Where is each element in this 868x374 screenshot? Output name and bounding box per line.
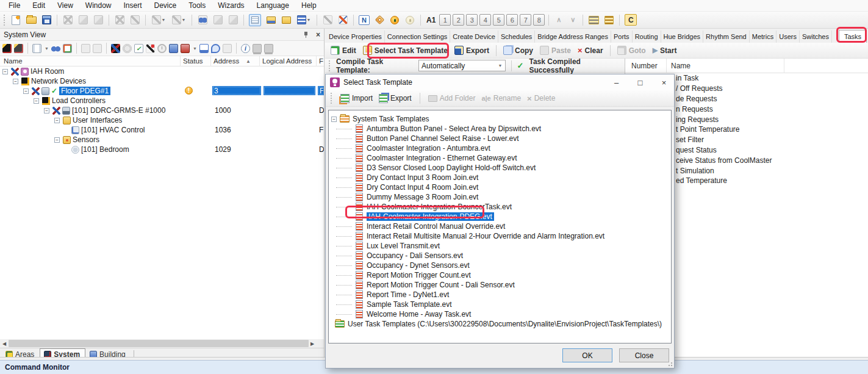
template-item[interactable]: Occupancy - Dynet Sensors.evt [329, 261, 671, 270]
template-item[interactable]: Coolmaster Integration - Ethernet Gatewa… [329, 153, 671, 163]
template-item[interactable]: Antumbra Button Panel - Select Area by D… [329, 124, 671, 134]
copy-button[interactable] [76, 13, 90, 27]
col-name[interactable]: Name [671, 62, 690, 70]
rename-button[interactable]: a|eRename [481, 94, 521, 102]
template-item[interactable]: D3 Sensor Closed Loop Daylight Hold-off … [329, 163, 671, 173]
tab-metrics[interactable]: Metrics [750, 31, 777, 43]
resize-grip[interactable] [668, 362, 673, 367]
template-item[interactable]: Report Time - DyNet1.evt [329, 290, 671, 300]
tree-row-network-devices[interactable]: − Network Devices [0, 76, 324, 86]
tab-bridge-address-ranges[interactable]: Bridge Address Ranges [535, 31, 611, 43]
col-number[interactable]: Number [631, 62, 658, 70]
save-all-button[interactable] [264, 13, 278, 27]
expander-icon[interactable]: − [54, 118, 60, 123]
edit-task-button[interactable]: Edit [329, 45, 358, 56]
expander-icon[interactable]: − [23, 88, 29, 94]
template-item[interactable]: Dry Contact Input 3 Room Join.evt [329, 173, 671, 182]
scrollbar-thumb[interactable] [9, 340, 309, 347]
tree-row-floor-pdeg[interactable]: − ✓ Floor PDEG#1 ! 3 F [0, 86, 324, 96]
maximize-button[interactable]: □ [630, 74, 650, 90]
expander-icon[interactable]: − [54, 137, 60, 143]
lamp-off-button[interactable] [403, 13, 417, 27]
user-search-icon[interactable] [211, 44, 220, 53]
channel-c-button[interactable]: C [623, 13, 638, 27]
layout-list-button[interactable]: ▼ [295, 13, 313, 27]
connect-button[interactable] [336, 13, 350, 27]
template-item-selected[interactable]: IAH-Coolmaster Integration-PDEG.evt [329, 212, 671, 221]
channel-button-3[interactable]: 3 [466, 14, 478, 26]
tree-row-hvac-control[interactable]: [101] HVAC Control 1036 F [0, 125, 324, 135]
undo-button[interactable]: ▼ [149, 13, 168, 27]
building-red-icon[interactable] [181, 44, 190, 53]
compile-dropdown-icon[interactable]: ▼ [498, 63, 503, 68]
find-button[interactable] [196, 13, 209, 27]
redo-dropdown-icon[interactable]: ▼ [182, 18, 186, 22]
minimize-button[interactable]: – [606, 74, 626, 90]
info-icon[interactable]: i [241, 44, 250, 53]
add-folder-button[interactable]: Add Folder [428, 94, 476, 102]
system-templates-root[interactable]: − System Task Templates [329, 114, 671, 124]
template-item[interactable]: IAH-Coolmaster Integration-BouncerTask.e… [329, 202, 671, 212]
pin-icon[interactable] [303, 31, 309, 38]
building-dropdown-icon[interactable]: ▼ [193, 46, 197, 51]
undo-dropdown-icon[interactable]: ▼ [162, 18, 166, 22]
menu-insert[interactable]: Insert [118, 0, 148, 11]
find-next-button[interactable] [211, 13, 224, 27]
template-item[interactable]: Coolmaster Integration - Antumbra.evt [329, 143, 671, 153]
tasks-check-icon[interactable]: ✓ [134, 44, 143, 53]
tag-button[interactable] [373, 13, 386, 27]
copy-task-button[interactable]: Copy [501, 45, 535, 56]
building-up-icon[interactable] [169, 44, 178, 53]
preset-list-button[interactable] [602, 13, 615, 27]
view-grid-toggle[interactable] [248, 13, 262, 27]
expander-icon[interactable]: − [331, 117, 337, 122]
new-project-button[interactable] [9, 13, 23, 27]
tree-row-load-controllers[interactable]: − Load Controllers [0, 96, 324, 106]
edit-page2-icon[interactable] [93, 44, 102, 53]
gear-icon[interactable] [123, 44, 132, 53]
template-item[interactable]: Report Motion Trigger Count.evt [329, 270, 671, 280]
delete-button[interactable] [113, 13, 126, 27]
channel-button-2[interactable]: 2 [453, 14, 464, 26]
tab-switches[interactable]: Switches [800, 31, 832, 43]
names-toggle-button[interactable]: N [357, 13, 371, 27]
col-name[interactable]: Name [4, 57, 23, 65]
tree-row-bedroom[interactable]: [101] Bedroom 1029 D [0, 145, 324, 154]
redo-button[interactable]: ▼ [170, 13, 188, 27]
menu-wizards[interactable]: Wizards [212, 0, 250, 11]
close-panel-icon[interactable]: × [316, 31, 320, 39]
clock-icon[interactable] [157, 44, 167, 53]
tree-row-sensors[interactable]: − Sensors [0, 135, 324, 145]
expander-icon[interactable]: − [2, 69, 8, 74]
clear-task-button[interactable]: ×Clear [576, 45, 605, 56]
view-columns-icon[interactable] [32, 44, 41, 53]
channel-button-7[interactable]: 7 [520, 14, 531, 26]
close-button[interactable]: × [654, 74, 674, 90]
template-item[interactable]: Interact Retail Control Manual Override.… [329, 221, 671, 231]
page-gray-icon[interactable] [223, 44, 232, 53]
area-cue-icon[interactable] [2, 44, 12, 53]
template-item[interactable]: Sample Task Template.evt [329, 300, 671, 309]
channel-button-8[interactable]: 8 [533, 14, 545, 26]
compile-mode-select[interactable]: Automatically ▼ [418, 60, 506, 71]
layout-dropdown-icon[interactable]: ▼ [307, 18, 311, 22]
horizontal-scrollbar[interactable]: ◀ ▶ [0, 339, 324, 348]
user-templates-root[interactable]: User Task Templates (C:\Users\300229508\… [329, 319, 671, 329]
menu-help[interactable]: Help [295, 0, 323, 11]
preset-codes-button[interactable] [587, 13, 600, 27]
tab-rhythm-send[interactable]: Rhythm Send [703, 31, 750, 43]
open-project-button[interactable] [24, 13, 38, 27]
menu-file[interactable]: File [2, 0, 26, 11]
channel-button-4[interactable]: 4 [479, 14, 491, 26]
template-item[interactable]: Dry Contact Input 4 Room Join.evt [329, 182, 671, 192]
export-button[interactable]: Export [379, 94, 412, 103]
monitor2-icon[interactable] [264, 44, 273, 53]
tree-row-ddrc[interactable]: − [101] DDRC-GRMS-E #1000 1000 D [0, 106, 324, 115]
search-devices-icon[interactable] [51, 44, 60, 53]
tab-ports[interactable]: Ports [611, 31, 633, 43]
paste-button[interactable] [91, 13, 105, 27]
export-task-button[interactable]: Export [453, 45, 491, 56]
channel-button-1[interactable]: 1 [439, 14, 451, 26]
lower-button[interactable]: ∨ [567, 16, 579, 24]
menu-window[interactable]: Window [79, 0, 118, 11]
